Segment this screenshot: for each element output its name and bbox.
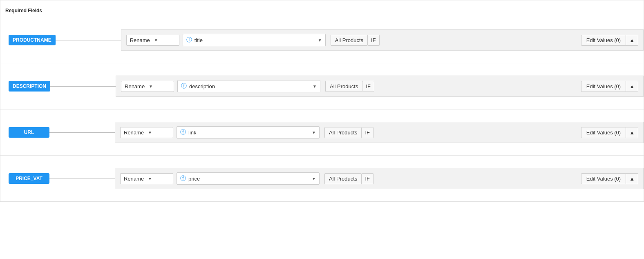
field-type-icon: ⓕ — [180, 175, 186, 182]
right-controls-url: Edit Values (0) ▲ — [581, 127, 638, 138]
field-controls-url: Rename ▼ ⓕ link ▼ All Products IF Edit V… — [115, 122, 644, 143]
if-btn-description[interactable]: IF — [362, 81, 374, 92]
rename-arrow-icon: ▼ — [148, 176, 170, 181]
connector-line — [49, 179, 115, 179]
right-controls-productname: Edit Values (0) ▲ — [581, 35, 638, 46]
rename-label: Rename — [124, 130, 145, 136]
all-products-btn-productname[interactable]: All Products — [331, 35, 368, 46]
field-value-text: price — [188, 176, 309, 182]
edit-values-label: Edit Values (0) — [586, 83, 621, 89]
field-label-productname: PRODUCTNAME — [9, 35, 56, 45]
right-controls-price_vat: Edit Values (0) ▲ — [581, 173, 638, 184]
if-label: IF — [365, 176, 370, 182]
field-value-text: description — [189, 83, 310, 89]
fields-container: PRODUCTNAME Rename ▼ ⓕ title ▼ All Produ… — [0, 17, 644, 201]
rename-select-url[interactable]: Rename ▼ — [120, 127, 173, 138]
edit-values-btn-price_vat[interactable]: Edit Values (0) — [581, 173, 626, 184]
field-value-arrow-icon: ▼ — [313, 84, 317, 89]
if-label: IF — [365, 130, 370, 136]
field-controls-price_vat: Rename ▼ ⓕ price ▼ All Products IF Edit … — [115, 168, 644, 189]
rename-label: Rename — [124, 176, 145, 182]
up-arrow-icon: ▲ — [629, 130, 635, 136]
field-row: PRICE_VAT Rename ▼ ⓕ price ▼ All Product… — [0, 156, 644, 201]
if-btn-url[interactable]: IF — [362, 127, 373, 138]
up-arrow-icon: ▲ — [629, 37, 635, 43]
edit-values-btn-url[interactable]: Edit Values (0) — [581, 127, 626, 138]
edit-values-label: Edit Values (0) — [586, 37, 621, 43]
field-controls-productname: Rename ▼ ⓕ title ▼ All Products IF Edit … — [121, 29, 644, 51]
edit-values-btn-productname[interactable]: Edit Values (0) — [581, 35, 626, 46]
if-label: IF — [366, 83, 371, 89]
connector-line — [49, 132, 115, 133]
all-products-btn-description[interactable]: All Products — [325, 81, 362, 92]
field-value-arrow-icon: ▼ — [312, 176, 316, 181]
up-arrow-icon: ▲ — [629, 83, 635, 89]
required-fields-header: Required Fields — [0, 4, 644, 17]
rename-label: Rename — [125, 83, 146, 89]
field-row: DESCRIPTION Rename ▼ ⓕ description ▼ All… — [0, 63, 644, 109]
rename-select-description[interactable]: Rename ▼ — [121, 81, 174, 92]
edit-values-label: Edit Values (0) — [586, 176, 621, 182]
rename-label: Rename — [130, 37, 152, 43]
field-type-icon: ⓕ — [186, 36, 192, 44]
field-label-price_vat: PRICE_VAT — [9, 173, 49, 184]
field-value-select-url[interactable]: ⓕ link ▼ — [177, 126, 320, 138]
all-products-label: All Products — [335, 37, 363, 43]
field-value-select-description[interactable]: ⓕ description ▼ — [177, 80, 320, 92]
field-value-arrow-icon: ▼ — [312, 130, 316, 135]
connector-line — [56, 40, 121, 40]
rename-arrow-icon: ▼ — [154, 38, 176, 42]
field-value-arrow-icon: ▼ — [318, 38, 322, 42]
field-row: URL Rename ▼ ⓕ link ▼ All Products IF Ed… — [0, 109, 644, 156]
field-row: PRODUCTNAME Rename ▼ ⓕ title ▼ All Produ… — [0, 17, 644, 63]
if-btn-price_vat[interactable]: IF — [362, 173, 373, 184]
all-products-btn-url[interactable]: All Products — [324, 127, 362, 138]
field-value-text: title — [195, 37, 315, 43]
field-value-select-price_vat[interactable]: ⓕ price ▼ — [177, 172, 320, 185]
all-products-label: All Products — [329, 176, 357, 182]
field-label-description: DESCRIPTION — [9, 81, 50, 92]
right-controls-description: Edit Values (0) ▲ — [581, 81, 638, 92]
all-products-label: All Products — [330, 83, 358, 89]
field-value-text: link — [188, 130, 309, 136]
up-btn-description[interactable]: ▲ — [626, 81, 638, 92]
if-label: IF — [371, 37, 376, 43]
all-products-label: All Products — [329, 130, 357, 136]
field-controls-description: Rename ▼ ⓕ description ▼ All Products IF… — [116, 76, 644, 97]
up-btn-productname[interactable]: ▲ — [626, 35, 638, 46]
rename-select-price_vat[interactable]: Rename ▼ — [120, 173, 173, 184]
up-btn-price_vat[interactable]: ▲ — [626, 173, 638, 184]
up-btn-url[interactable]: ▲ — [626, 127, 638, 138]
rename-arrow-icon: ▼ — [148, 130, 170, 135]
up-arrow-icon: ▲ — [629, 176, 635, 182]
all-products-btn-price_vat[interactable]: All Products — [324, 173, 362, 184]
field-label-url: URL — [9, 127, 49, 138]
edit-values-label: Edit Values (0) — [586, 130, 621, 136]
connector-line — [50, 86, 116, 87]
field-type-icon: ⓕ — [181, 83, 187, 90]
edit-values-btn-description[interactable]: Edit Values (0) — [581, 81, 626, 92]
field-value-select-productname[interactable]: ⓕ title ▼ — [183, 34, 326, 46]
rename-select-productname[interactable]: Rename ▼ — [126, 35, 179, 46]
field-type-icon: ⓕ — [180, 129, 186, 136]
if-btn-productname[interactable]: IF — [368, 35, 380, 46]
rename-arrow-icon: ▼ — [149, 84, 170, 89]
page-container: Required Fields PRODUCTNAME Rename ▼ ⓕ t… — [0, 0, 644, 202]
